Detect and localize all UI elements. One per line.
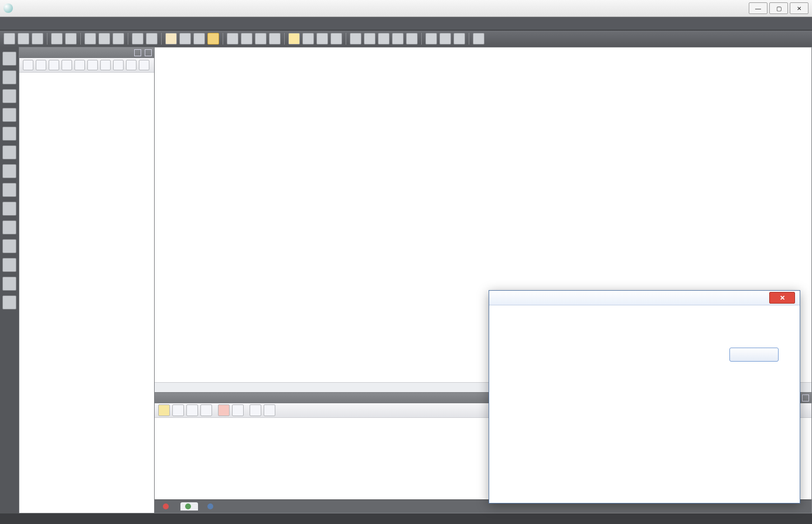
tb-paste-icon[interactable] xyxy=(112,33,124,45)
vs-10-icon[interactable] xyxy=(2,220,16,234)
project-panel xyxy=(19,47,155,513)
vs-9-icon[interactable] xyxy=(2,202,16,216)
rt-zoomin-icon[interactable] xyxy=(250,404,261,416)
vs-6-icon[interactable] xyxy=(2,145,16,159)
tab-errores[interactable] xyxy=(158,502,176,511)
vs-8-icon[interactable] xyxy=(2,183,16,197)
vs-1-icon[interactable] xyxy=(2,52,16,66)
rt-opt3-icon[interactable] xyxy=(200,404,212,416)
menu-bar xyxy=(0,17,812,30)
tb-report1-icon[interactable] xyxy=(425,33,437,45)
tb-calc2-icon[interactable] xyxy=(193,33,205,45)
tb-cut-icon[interactable] xyxy=(84,33,96,45)
tab-notas[interactable] xyxy=(203,502,220,511)
rt-zoomout-icon[interactable] xyxy=(264,404,275,416)
tb-link-icon[interactable] xyxy=(392,33,404,45)
tb-calc3-icon[interactable] xyxy=(207,33,219,45)
pt-sun-icon[interactable] xyxy=(139,60,149,70)
project-toolbar xyxy=(19,58,154,73)
rt-opt1-icon[interactable] xyxy=(172,404,184,416)
minimize-button[interactable]: — xyxy=(749,2,767,14)
pt-gear-icon[interactable] xyxy=(100,60,111,70)
project-tree[interactable] xyxy=(19,73,154,513)
tb-edit-icon[interactable] xyxy=(330,33,342,45)
maximize-button[interactable]: ▢ xyxy=(769,2,788,14)
tb-layer2-icon[interactable] xyxy=(378,33,390,45)
pt-delete-icon[interactable] xyxy=(49,60,59,70)
panel-close-icon[interactable] xyxy=(145,49,152,56)
dialog-exit-button[interactable] xyxy=(729,348,779,362)
results-close-icon[interactable] xyxy=(802,394,809,401)
tb-print-icon[interactable] xyxy=(51,33,63,45)
tb-save-icon[interactable] xyxy=(32,33,43,45)
tab-resultados[interactable] xyxy=(180,502,198,511)
tb-open-icon[interactable] xyxy=(18,33,29,45)
tb-unlink-icon[interactable] xyxy=(406,33,418,45)
tb-calc1-icon[interactable] xyxy=(179,33,191,45)
app-icon xyxy=(4,4,13,13)
tb-palette-icon[interactable] xyxy=(473,33,485,45)
tb-report2-icon[interactable] xyxy=(439,33,451,45)
panel-pin-icon[interactable] xyxy=(134,49,141,56)
vs-12-icon[interactable] xyxy=(2,258,16,272)
pt-grid-icon[interactable] xyxy=(126,60,137,70)
vs-7-icon[interactable] xyxy=(2,164,16,178)
rt-copy-icon[interactable] xyxy=(232,404,244,416)
window-titlebar: — ▢ ✕ xyxy=(0,0,812,17)
dialog-titlebar[interactable]: ✕ xyxy=(489,291,800,305)
vs-11-icon[interactable] xyxy=(2,239,16,253)
rt-opt2-icon[interactable] xyxy=(186,404,198,416)
vs-3-icon[interactable] xyxy=(2,89,16,103)
tb-zoomout-icon[interactable] xyxy=(241,33,253,45)
tb-measure-icon[interactable] xyxy=(350,33,361,45)
dialog-right-column xyxy=(664,316,787,362)
tb-copy-icon[interactable] xyxy=(98,33,110,45)
tb-zoomin-icon[interactable] xyxy=(227,33,238,45)
tb-zoomfit-icon[interactable] xyxy=(255,33,267,45)
tb-undo-icon[interactable] xyxy=(132,33,144,45)
vs-4-icon[interactable] xyxy=(2,108,16,122)
close-button[interactable]: ✕ xyxy=(790,2,808,14)
battery-characteristics-dialog: ✕ xyxy=(489,290,800,503)
tb-pan-icon[interactable] xyxy=(269,33,281,45)
tb-chart-icon[interactable] xyxy=(288,33,300,45)
project-panel-header xyxy=(19,47,154,58)
dialog-close-button[interactable]: ✕ xyxy=(769,292,795,304)
pt-up-icon[interactable] xyxy=(74,60,85,70)
pt-filter-icon[interactable] xyxy=(113,60,124,70)
tb-layer1-icon[interactable] xyxy=(364,33,376,45)
vs-2-icon[interactable] xyxy=(2,70,16,84)
tb-redo-icon[interactable] xyxy=(146,33,158,45)
vs-5-icon[interactable] xyxy=(2,127,16,141)
rt-check-icon[interactable] xyxy=(158,404,170,416)
tb-grid-icon[interactable] xyxy=(302,33,314,45)
left-icon-strip xyxy=(0,47,19,513)
tb-sigma-icon[interactable] xyxy=(165,33,177,45)
tb-new-icon[interactable] xyxy=(4,33,15,45)
dialog-left-column xyxy=(504,316,651,362)
pt-down-icon[interactable] xyxy=(87,60,98,70)
pt-addroom-icon[interactable] xyxy=(36,60,46,70)
tb-snow-icon[interactable] xyxy=(316,33,328,45)
tb-preview-icon[interactable] xyxy=(65,33,77,45)
main-toolbar xyxy=(0,30,812,47)
status-bar xyxy=(0,513,812,524)
pt-add-icon[interactable] xyxy=(23,60,33,70)
pt-edit-icon[interactable] xyxy=(62,60,72,70)
vs-13-icon[interactable] xyxy=(2,277,16,291)
rt-del-icon[interactable] xyxy=(218,404,230,416)
vs-14-icon[interactable] xyxy=(2,295,16,309)
tb-report3-icon[interactable] xyxy=(453,33,465,45)
